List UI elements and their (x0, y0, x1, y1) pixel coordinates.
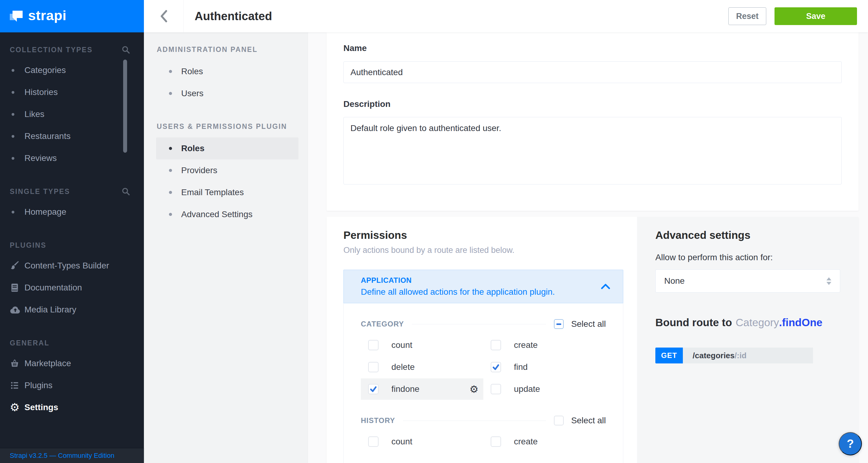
permissions-card: Permissions Only actions bound by a rout… (327, 217, 859, 463)
bullet-icon (11, 113, 14, 116)
sidebar-item-label: Reviews (25, 153, 57, 163)
action-checkbox[interactable] (368, 340, 378, 350)
sidebar-item-label: Likes (25, 109, 44, 119)
advanced-settings-pane: Advanced settings Allow to perform this … (637, 217, 859, 463)
route-path-param: /:id (735, 351, 746, 360)
allow-action-select[interactable]: None (655, 269, 840, 293)
name-input[interactable] (343, 61, 842, 83)
help-button[interactable]: ? (839, 432, 862, 455)
book-icon (10, 283, 20, 293)
subnav-item-administration-panel-roles[interactable]: Roles (156, 61, 299, 82)
strapi-logo[interactable]: strapi (0, 0, 144, 32)
route-path-base: /categories (693, 351, 735, 360)
sidebar-item-label: Categories (25, 65, 66, 75)
sidebar-item-reviews[interactable]: Reviews (0, 147, 144, 169)
sidebar-item-media-library[interactable]: Media Library (0, 299, 144, 321)
settings-sub-sidebar: ADMINISTRATION PANELRolesUsersUSERS & PE… (144, 32, 308, 463)
sidebar-section-plugins: PLUGINS (10, 240, 130, 251)
sidebar-item-content-types-builder[interactable]: Content-Types Builder (0, 255, 144, 277)
permission-action-history-create[interactable]: create (483, 431, 606, 452)
sidebar-item-settings[interactable]: ⚙Settings (0, 396, 144, 419)
bullet-icon (169, 213, 172, 216)
action-checkbox[interactable] (368, 384, 378, 394)
bullet-icon (11, 69, 14, 72)
route-verb-badge: GET (655, 348, 683, 363)
action-checkbox[interactable] (368, 362, 378, 372)
subnav-item-users-permissions-plugin-providers[interactable]: Providers (156, 159, 299, 181)
application-plugin-description: Define all allowed actions for the appli… (361, 287, 555, 297)
sidebar-item-label: Restaurants (25, 131, 70, 141)
name-label: Name (343, 43, 367, 53)
reset-button[interactable]: Reset (728, 7, 766, 25)
sidebar-item-categories[interactable]: Categories (0, 59, 144, 81)
permission-action-category-find[interactable]: find (483, 356, 606, 378)
subnav-item-label: Roles (181, 143, 205, 153)
paintbrush-icon (10, 261, 20, 271)
permission-group-header: CATEGORYSelect all (361, 319, 606, 329)
permission-action-history-count[interactable]: count (361, 431, 483, 452)
action-checkbox[interactable] (491, 384, 501, 394)
sidebar-item-label: Content-Types Builder (25, 261, 109, 271)
subnav-item-users-permissions-plugin-roles[interactable]: Roles (156, 137, 299, 159)
permission-action-category-count[interactable]: count (361, 334, 483, 356)
description-label: Description (343, 99, 391, 109)
sidebar-item-label: Plugins (25, 381, 53, 390)
sidebar-section-label: SINGLE TYPES (10, 188, 70, 196)
action-label: count (392, 340, 412, 350)
page-title: Authenticated (195, 10, 272, 23)
sidebar-item-plugins[interactable]: Plugins (0, 374, 144, 396)
action-label: find (514, 362, 528, 372)
topbar: Authenticated Reset Save (144, 0, 868, 32)
permission-action-category-update[interactable]: update (483, 378, 606, 400)
action-checkbox[interactable] (491, 340, 501, 350)
sidebar-item-likes[interactable]: Likes (0, 103, 144, 125)
sidebar-item-label: Documentation (25, 283, 82, 293)
gear-icon[interactable]: ⚙ (469, 384, 478, 394)
permission-group-header: HISTORYSelect all (361, 416, 606, 425)
allow-action-label: Allow to perform this action for: (655, 253, 773, 262)
sidebar-section-single-types: SINGLE TYPES (10, 186, 130, 197)
sidebar-item-label: Settings (25, 402, 58, 412)
sidebar-item-label: Histories (25, 87, 58, 97)
subnav-item-users-permissions-plugin-email-templates[interactable]: Email Templates (156, 181, 299, 203)
subnav-item-users-permissions-plugin-advanced-settings[interactable]: Advanced Settings (156, 203, 299, 225)
version-link[interactable]: Strapi v3.2.5 — Community Edition (10, 452, 114, 460)
permission-action-category-delete[interactable]: delete (361, 356, 483, 378)
sidebar-item-homepage[interactable]: Homepage (0, 201, 144, 223)
action-checkbox[interactable] (491, 362, 501, 372)
bullet-icon (169, 92, 172, 95)
advanced-settings-title: Advanced settings (655, 229, 750, 241)
action-checkbox[interactable] (368, 436, 378, 447)
bullet-icon (169, 147, 172, 150)
action-label: count (392, 437, 412, 447)
save-button[interactable]: Save (775, 7, 857, 25)
sidebar-section-label: GENERAL (10, 339, 50, 347)
search-icon[interactable] (121, 187, 130, 196)
action-checkbox[interactable] (491, 436, 501, 447)
permission-action-category-create[interactable]: create (483, 334, 606, 356)
bound-route-heading: Bound route toCategory.findOne (655, 317, 823, 329)
permission-group-label: CATEGORY (361, 320, 404, 328)
select-all-checkbox[interactable] (554, 319, 564, 329)
permission-action-category-findone[interactable]: findone⚙ (361, 378, 483, 400)
action-label: update (514, 384, 540, 394)
select-all-label: Select all (571, 319, 606, 329)
subnav-item-administration-panel-users[interactable]: Users (156, 82, 299, 104)
back-button[interactable] (144, 0, 184, 32)
select-all-checkbox[interactable] (554, 416, 564, 425)
sidebar-scrollbar[interactable] (123, 60, 127, 153)
sidebar-item-documentation[interactable]: Documentation (0, 277, 144, 299)
sidebar-section-label: COLLECTION TYPES (10, 46, 93, 54)
bullet-icon (11, 211, 14, 213)
description-textarea[interactable]: Default role given to authenticated user… (343, 117, 842, 185)
sidebar-item-histories[interactable]: Histories (0, 81, 144, 103)
permissions-title: Permissions (343, 229, 407, 241)
search-icon[interactable] (121, 45, 130, 54)
sidebar-item-restaurants[interactable]: Restaurants (0, 125, 144, 147)
bullet-icon (169, 70, 172, 73)
bound-route-model: Category (736, 317, 779, 328)
application-accordion-header[interactable]: APPLICATION Define all allowed actions f… (343, 270, 623, 303)
sidebar-item-marketplace[interactable]: Marketplace (0, 353, 144, 374)
bound-route-method: .findOne (779, 317, 823, 328)
question-icon: ? (847, 437, 854, 451)
